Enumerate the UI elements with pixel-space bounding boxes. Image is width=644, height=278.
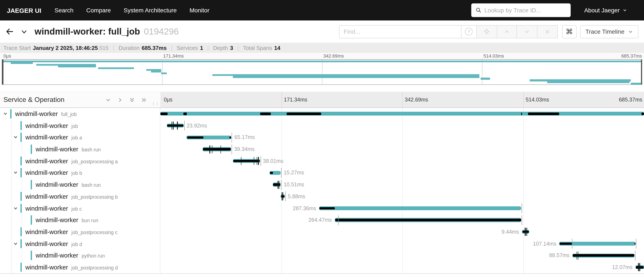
nav-item-system-architecture[interactable]: System Architecture <box>124 7 177 14</box>
span-row-name-cell[interactable]: windmill-workerfull_job <box>0 108 160 120</box>
span-row-name-cell[interactable]: windmill-workerjob d <box>0 238 160 250</box>
timeline-header-tick-label: 171.34ms <box>284 97 307 103</box>
span-log-tick <box>173 122 174 130</box>
span-row-timeline-cell[interactable]: 107.14ms <box>160 238 644 250</box>
expand-chevron-icon[interactable] <box>13 241 18 246</box>
span-row-timeline-cell[interactable]: 88.57ms <box>160 250 644 261</box>
collapse-one-icon[interactable] <box>105 97 111 102</box>
trace-minimap[interactable] <box>2 59 642 85</box>
span-row[interactable]: windmill-workerjob c287.36ms <box>0 202 644 214</box>
span-row-name-cell[interactable]: windmill-workerjob c <box>0 202 160 214</box>
span-boundary-tick <box>184 121 184 130</box>
span-row-name-cell[interactable]: windmill-workerjob a <box>0 132 160 143</box>
span-row-name-cell[interactable]: windmill-workerjob_postprocessing c <box>0 226 160 238</box>
expand-chevron-icon[interactable] <box>13 135 18 140</box>
trace-lookup-input[interactable]: Lookup by Trace ID... <box>471 4 570 17</box>
find-prev-button[interactable] <box>497 25 517 38</box>
jaeger-logo[interactable]: JAEGER UI <box>7 6 41 14</box>
span-row-timeline-cell[interactable]: 287.36ms <box>160 202 644 214</box>
minimap-axis-tick: 171.34ms <box>163 53 184 58</box>
span-row-timeline-cell[interactable]: 12.07ms <box>160 261 644 273</box>
span-row-name-cell[interactable]: windmill-workerpython run <box>0 250 160 261</box>
span-row[interactable]: windmill-workerjob_postprocessing c9.44m… <box>0 226 644 238</box>
span-row[interactable]: windmill-workerjob d107.14ms <box>0 238 644 250</box>
span-row-name-cell[interactable]: windmill-workerjob b <box>0 167 160 179</box>
span-row[interactable]: windmill-workerjob_postprocessing a38.01… <box>0 155 644 167</box>
indent-guide <box>11 155 12 167</box>
find-next-button[interactable] <box>516 25 537 38</box>
span-duration-label: 88.57ms <box>549 253 570 258</box>
span-row[interactable]: windmill-workerbash run39.34ms <box>0 143 644 155</box>
find-input[interactable]: Find... <box>339 25 461 38</box>
timeline-gridline <box>523 238 524 250</box>
minimap-axis-tick: 514.03ms <box>484 53 504 58</box>
span-bar-child-overlay <box>320 207 335 209</box>
chevron-up-icon <box>504 29 510 34</box>
span-row-timeline-cell[interactable]: 15.27ms <box>160 167 644 179</box>
keyboard-shortcuts-button[interactable]: ⌘ <box>562 25 576 38</box>
span-row[interactable]: windmill-workerpython run88.57ms <box>0 250 644 261</box>
column-resize-handle[interactable]: ❘❘ <box>152 102 159 106</box>
span-row-timeline-cell[interactable] <box>160 108 644 120</box>
service-color-bar <box>20 239 22 248</box>
span-row-timeline-cell[interactable]: 23.92ms <box>160 120 644 131</box>
minimap-right-scrub-handle[interactable] <box>641 60 642 84</box>
find-help-button[interactable]: ? <box>461 25 476 38</box>
service-color-bar <box>20 204 22 213</box>
expand-one-icon[interactable] <box>117 97 123 102</box>
span-row-name-cell[interactable]: windmill-workerbun run <box>0 214 160 226</box>
minimap-left-scrub-handle[interactable] <box>2 60 3 84</box>
expand-all-icon[interactable] <box>141 97 147 102</box>
nav-item-compare[interactable]: Compare <box>86 7 111 14</box>
about-jaeger-menu[interactable]: About Jaeger <box>584 7 627 14</box>
nav-item-search[interactable]: Search <box>54 7 74 14</box>
service-color-bar <box>20 263 22 272</box>
summary-label: Trace Start <box>4 44 31 51</box>
span-bar[interactable] <box>319 206 522 210</box>
span-row-name-cell[interactable]: windmill-workerjob_postprocessing d <box>0 261 160 273</box>
span-row[interactable]: windmill-workerjob_postprocessing d12.07… <box>0 261 644 273</box>
span-row[interactable]: windmill-workerjob_postprocessing b5.88m… <box>0 190 644 202</box>
span-row[interactable]: windmill-workerbun run264.47ms <box>0 214 644 226</box>
span-row-timeline-cell[interactable]: 5.88ms <box>160 190 644 202</box>
span-row-name-cell[interactable]: windmill-workerjob <box>0 120 160 131</box>
span-row-timeline-cell[interactable]: 10.51ms <box>160 179 644 190</box>
expand-chevron-icon[interactable] <box>3 111 8 116</box>
service-color-bar <box>10 109 12 118</box>
span-row-timeline-cell[interactable]: 39.34ms <box>160 143 644 155</box>
indent-guide <box>11 132 12 143</box>
span-row[interactable]: windmill-workerjob23.92ms <box>0 120 644 131</box>
span-row[interactable]: windmill-workerjob a65.17ms <box>0 132 644 143</box>
trace-view-select[interactable]: Trace Timeline <box>580 25 638 38</box>
span-row-timeline-cell[interactable]: 38.01ms <box>160 155 644 167</box>
span-row-name-cell[interactable]: windmill-workerjob_postprocessing b <box>0 190 160 202</box>
span-log-tick <box>578 252 578 260</box>
collapse-all-icon[interactable] <box>129 97 135 102</box>
expand-chevron-icon[interactable] <box>13 170 18 175</box>
span-log-tick <box>640 263 640 272</box>
span-row[interactable]: windmill-workerfull_job <box>0 108 644 120</box>
span-bar-child-overlay <box>634 242 635 245</box>
nav-item-monitor[interactable]: Monitor <box>190 7 210 14</box>
span-row-name-cell[interactable]: windmill-workerbash run <box>0 179 160 190</box>
focus-span-button[interactable] <box>476 25 497 38</box>
span-row[interactable]: windmill-workerbash run10.51ms <box>0 179 644 190</box>
timeline-gridline <box>402 179 402 190</box>
trace-collapse-chevron-icon[interactable] <box>20 28 28 35</box>
find-clear-button[interactable] <box>537 25 558 38</box>
minimap-gridline <box>162 60 162 84</box>
back-button[interactable] <box>5 27 14 36</box>
span-row-timeline-cell[interactable]: 264.47ms <box>160 214 644 226</box>
span-service-label: windmill-worker <box>26 122 68 129</box>
span-row-timeline-cell[interactable]: 9.44ms <box>160 226 644 238</box>
span-bar[interactable] <box>160 112 644 116</box>
span-bar-child-overlay <box>203 148 231 150</box>
span-row-name-cell[interactable]: windmill-workerbash run <box>0 143 160 155</box>
span-row-name-cell[interactable]: windmill-workerjob_postprocessing a <box>0 155 160 167</box>
span-log-tick <box>282 192 282 200</box>
expand-chevron-icon[interactable] <box>13 206 18 210</box>
span-name-group: windmill-workerjob a <box>26 132 82 143</box>
minimap-span-bar <box>98 67 134 69</box>
span-row[interactable]: windmill-workerjob b15.27ms <box>0 167 644 179</box>
span-row-timeline-cell[interactable]: 65.17ms <box>160 132 644 143</box>
